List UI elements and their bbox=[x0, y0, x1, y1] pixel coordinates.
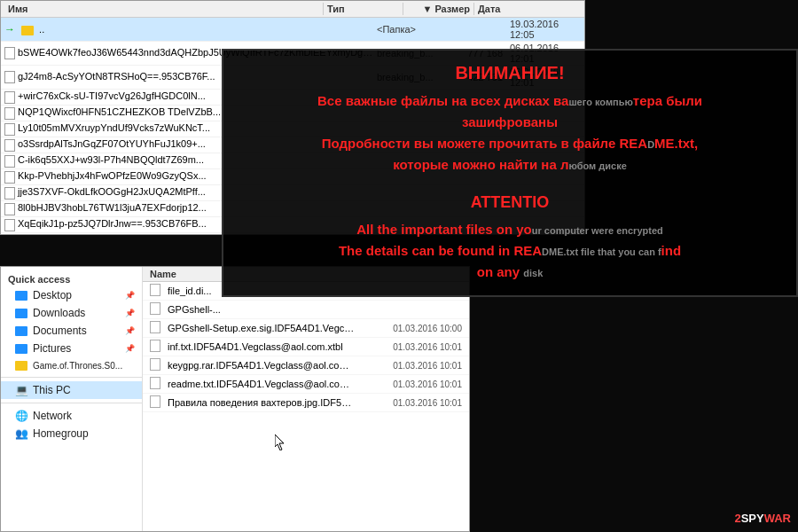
folder-icon bbox=[15, 325, 29, 336]
ransom-ru-line3: Подробности вы можете прочитать в файле … bbox=[322, 136, 699, 151]
file-icon bbox=[4, 219, 15, 231]
file-date: 01.03.2016 10:00 bbox=[356, 324, 462, 333]
watermark-middle: SPY bbox=[741, 512, 764, 525]
file-name: GPGshell-... bbox=[168, 304, 356, 315]
sidebar-item-label: Network bbox=[33, 410, 72, 422]
pin-icon: 📌 bbox=[125, 309, 135, 317]
file-icon bbox=[150, 321, 164, 335]
ransom-en-line1: All the important files on your computer… bbox=[356, 222, 662, 237]
list-item[interactable]: Правила поведения вахтеров.jpg.IDF5A... … bbox=[143, 394, 469, 412]
homegroup-icon: 👥 bbox=[15, 428, 29, 439]
ransom-en-line2: The details can be found in README.txt f… bbox=[339, 243, 681, 258]
file-icon bbox=[4, 91, 15, 104]
file-panel: Name file_id.di... GPGshell-... GPGshell… bbox=[143, 267, 469, 531]
file-name: Правила поведения вахтеров.jpg.IDF5A... bbox=[168, 397, 356, 408]
folder-icon bbox=[15, 343, 29, 354]
file-icon bbox=[4, 203, 15, 215]
file-icon bbox=[4, 47, 15, 59]
ransom-body-en: All the important files on your computer… bbox=[339, 219, 681, 283]
mouse-cursor bbox=[275, 434, 286, 450]
computer-icon: 💻 bbox=[15, 385, 29, 395]
file-date: 19.03.2016 12:05 bbox=[510, 19, 581, 40]
watermark: 2SPYWAR bbox=[734, 512, 791, 525]
sidebar-item-label: Game.of.Thrones.S0... bbox=[33, 361, 122, 371]
file-icon bbox=[4, 187, 15, 200]
list-item[interactable]: GPGshell-Setup.exe.sig.IDF5A4D1.Vegclass… bbox=[143, 319, 469, 338]
file-name: → .. bbox=[4, 23, 377, 35]
explorer-bottom-window: Quick access Desktop 📌 Downloads 📌 Docum… bbox=[0, 266, 470, 532]
pin-icon: 📌 bbox=[125, 291, 135, 300]
file-icon bbox=[4, 155, 15, 168]
ransom-notice-overlay: ВНИМАНИЕ! Все важные файлы на всех диска… bbox=[222, 49, 798, 297]
sidebar-item-game-of-thrones[interactable]: Game.of.Thrones.S0... bbox=[1, 357, 142, 373]
sidebar: Quick access Desktop 📌 Downloads 📌 Docum… bbox=[1, 267, 143, 531]
file-date: 01.03.2016 10:01 bbox=[356, 379, 462, 389]
file-icon bbox=[4, 171, 15, 184]
file-date: 01.03.2016 10:01 bbox=[356, 398, 462, 408]
folder-icon bbox=[15, 308, 29, 318]
ransom-ru-line2: зашифрованы bbox=[462, 114, 558, 129]
sidebar-item-label: Downloads bbox=[33, 307, 85, 319]
explorer-top-header: Имя Тип ▼ Размер Дата bbox=[1, 1, 584, 18]
sidebar-item-label: This PC bbox=[33, 384, 71, 396]
sidebar-item-label: Documents bbox=[33, 325, 87, 337]
ransom-ru-line4: которые можно найти на любом диске bbox=[393, 157, 627, 172]
file-icon bbox=[150, 377, 164, 391]
col-header-size: ▼ Размер bbox=[403, 3, 474, 15]
list-item[interactable]: GPGshell-... bbox=[143, 301, 469, 319]
sidebar-item-documents[interactable]: Documents 📌 bbox=[1, 322, 142, 340]
folder-icon bbox=[15, 290, 29, 301]
file-icon bbox=[150, 358, 164, 372]
col-header-date: Дата bbox=[474, 3, 581, 15]
sidebar-item-label: Homegroup bbox=[33, 427, 89, 440]
pin-icon: 📌 bbox=[125, 344, 135, 353]
file-name: GPGshell-Setup.exe.sig.IDF5A4D1.Vegclass… bbox=[168, 323, 356, 333]
table-row[interactable]: → .. <Папка> 19.03.2016 12:05 bbox=[1, 18, 584, 42]
sidebar-item-homegroup[interactable]: 👥 Homegroup bbox=[1, 425, 142, 442]
file-icon bbox=[4, 123, 15, 136]
sidebar-item-label: Desktop bbox=[33, 289, 72, 301]
col-header-name: Имя bbox=[4, 3, 324, 15]
ransom-ru-line1: Все важные файлы на всех дисках вашего к… bbox=[317, 93, 702, 108]
sidebar-item-downloads[interactable]: Downloads 📌 bbox=[1, 304, 142, 322]
sidebar-item-network[interactable]: 🌐 Network bbox=[1, 407, 142, 425]
sidebar-item-pictures[interactable]: Pictures 📌 bbox=[1, 340, 142, 357]
ransom-title-en: ATTENTIO bbox=[471, 193, 550, 212]
file-date: 01.03.2016 10:01 bbox=[356, 342, 462, 352]
pin-icon: 📌 bbox=[125, 326, 135, 335]
file-name: inf.txt.IDF5A4D1.Vegclass@aol.com.xtbl bbox=[168, 341, 356, 352]
file-name: readme.txt.IDF5A4D1.Vegclass@aol.com.... bbox=[168, 379, 356, 389]
sidebar-item-desktop[interactable]: Desktop 📌 bbox=[1, 286, 142, 304]
ransom-title-ru: ВНИМАНИЕ! bbox=[455, 63, 564, 83]
sidebar-item-this-pc[interactable]: 💻 This PC bbox=[1, 381, 142, 399]
watermark-prefix: 2 bbox=[734, 512, 740, 525]
ransom-body-ru: Все важные файлы на всех дисках вашего к… bbox=[317, 90, 702, 176]
list-item[interactable]: readme.txt.IDF5A4D1.Vegclass@aol.com....… bbox=[143, 375, 469, 394]
file-icon bbox=[150, 395, 164, 410]
file-icon bbox=[150, 340, 164, 354]
folder-icon bbox=[15, 360, 29, 371]
folder-icon bbox=[21, 26, 34, 35]
ransom-en-line3: on any disk bbox=[477, 264, 544, 279]
watermark-suffix: WAR bbox=[764, 512, 791, 525]
quick-access-label: Quick access bbox=[1, 270, 142, 286]
list-item[interactable]: inf.txt.IDF5A4D1.Vegclass@aol.com.xtbl 0… bbox=[143, 338, 469, 356]
file-icon bbox=[4, 71, 15, 83]
list-item[interactable]: keygpg.rar.IDF5A4D1.Vegclass@aol.com....… bbox=[143, 356, 469, 375]
col-header-type: Тип bbox=[324, 3, 403, 15]
file-type: <Папка> bbox=[377, 24, 448, 35]
sidebar-item-label: Pictures bbox=[33, 342, 71, 355]
file-icon bbox=[150, 284, 164, 298]
sidebar-divider bbox=[1, 377, 142, 378]
file-date: 01.03.2016 10:01 bbox=[356, 361, 462, 371]
arrow-icon: → bbox=[4, 23, 15, 35]
svg-marker-0 bbox=[275, 434, 284, 450]
file-icon bbox=[4, 139, 15, 152]
file-name: keygpg.rar.IDF5A4D1.Vegclass@aol.com.... bbox=[168, 360, 356, 371]
sidebar-divider bbox=[1, 403, 142, 403]
network-icon: 🌐 bbox=[15, 411, 29, 421]
file-icon bbox=[4, 107, 15, 120]
file-icon bbox=[150, 302, 164, 317]
